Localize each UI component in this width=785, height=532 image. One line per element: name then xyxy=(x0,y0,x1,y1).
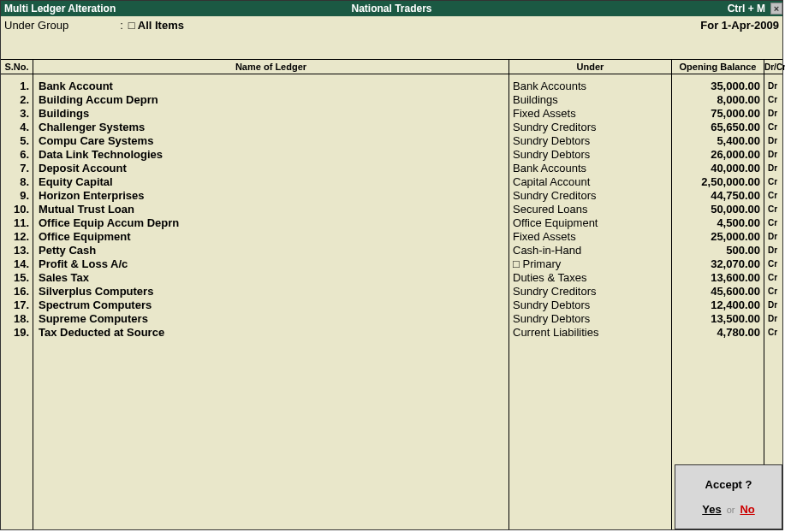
ledger-balance[interactable]: 13,500.00 xyxy=(672,312,764,326)
accept-dialog: Accept ? Yes or No xyxy=(675,464,782,529)
ledger-name[interactable]: Equity Capital xyxy=(33,175,508,189)
ledger-drcr[interactable]: Cr xyxy=(764,271,782,285)
ledger-under[interactable]: Capital Account xyxy=(509,175,671,189)
col-header-name: Name of Ledger xyxy=(33,60,509,74)
ledger-balance[interactable]: 50,000.00 xyxy=(672,203,764,216)
ledger-name[interactable]: Building Accum Deprn xyxy=(33,93,508,107)
ledger-under[interactable]: Duties & Taxes xyxy=(509,271,671,285)
title-bar: Multi Ledger Alteration National Traders… xyxy=(1,1,782,16)
ledger-under[interactable]: Fixed Assets xyxy=(509,107,671,121)
ledger-name[interactable]: Spectrum Computers xyxy=(33,299,508,312)
ledger-drcr[interactable]: Dr xyxy=(764,148,782,162)
ledger-sno: 6. xyxy=(1,148,33,162)
ledger-name[interactable]: Horizon Enterprises xyxy=(33,189,508,203)
ledger-name[interactable]: Profit & Loss A/c xyxy=(33,257,508,271)
ledger-sno: 18. xyxy=(1,312,33,326)
ledger-drcr[interactable]: Dr xyxy=(764,134,782,148)
ledger-name[interactable]: Deposit Account xyxy=(33,162,508,175)
ledger-balance[interactable]: 40,000.00 xyxy=(672,162,764,175)
ledger-balance[interactable]: 500.00 xyxy=(672,244,764,257)
ledger-name[interactable]: Silverplus Computers xyxy=(33,285,508,299)
grid-body: 1.2.3.4.5.6.7.8.9.10.11.12.13.14.15.16.1… xyxy=(1,74,782,529)
ledger-balance[interactable]: 8,000.00 xyxy=(672,93,764,107)
ledger-drcr[interactable]: Cr xyxy=(764,216,782,230)
col-sno: 1.2.3.4.5.6.7.8.9.10.11.12.13.14.15.16.1… xyxy=(1,74,33,529)
col-balance: 35,000.008,000.0075,000.0065,650.005,400… xyxy=(672,74,764,529)
title-left: Multi Ledger Alteration xyxy=(1,3,116,15)
ledger-under[interactable]: Sundry Debtors xyxy=(509,134,671,148)
ledger-drcr[interactable]: Dr xyxy=(764,244,782,257)
ledger-name[interactable]: Data Link Technologies xyxy=(33,148,508,162)
ledger-drcr[interactable]: Dr xyxy=(764,80,782,93)
yes-button[interactable]: Yes xyxy=(702,503,721,516)
ledger-under[interactable]: Bank Accounts xyxy=(509,162,671,175)
col-name: Bank AccountBuilding Accum DeprnBuilding… xyxy=(33,74,509,529)
ledger-drcr[interactable]: Cr xyxy=(764,285,782,299)
ledger-under[interactable]: Cash-in-Hand xyxy=(509,244,671,257)
col-header-under: Under xyxy=(509,60,672,74)
ledger-balance[interactable]: 32,070.00 xyxy=(672,257,764,271)
ledger-sno: 9. xyxy=(1,189,33,203)
ledger-drcr[interactable]: Cr xyxy=(764,121,782,134)
ledger-balance[interactable]: 65,650.00 xyxy=(672,121,764,134)
ledger-name[interactable]: Petty Cash xyxy=(33,244,508,257)
ledger-under[interactable]: Primary xyxy=(509,257,671,271)
ledger-name[interactable]: Challenger Systems xyxy=(33,121,508,134)
ledger-name[interactable]: Office Equip Accum Deprn xyxy=(33,216,508,230)
col-header-balance: Opening Balance xyxy=(672,60,764,74)
ledger-under[interactable]: Sundry Debtors xyxy=(509,312,671,326)
ledger-balance[interactable]: 35,000.00 xyxy=(672,80,764,93)
ledger-name[interactable]: Compu Care Systems xyxy=(33,134,508,148)
ledger-under[interactable]: Sundry Creditors xyxy=(509,189,671,203)
ledger-name[interactable]: Sales Tax xyxy=(33,271,508,285)
ledger-balance[interactable]: 5,400.00 xyxy=(672,134,764,148)
ledger-balance[interactable]: 4,500.00 xyxy=(672,216,764,230)
ledger-drcr[interactable]: Dr xyxy=(764,162,782,175)
ledger-name[interactable]: Buildings xyxy=(33,107,508,121)
ledger-name[interactable]: Office Equipment xyxy=(33,230,508,244)
ledger-under[interactable]: Current Liabilities xyxy=(509,326,671,340)
ledger-sno: 19. xyxy=(1,326,33,340)
ledger-drcr[interactable]: Cr xyxy=(764,326,782,340)
ledger-sno: 4. xyxy=(1,121,33,134)
ledger-drcr[interactable]: Cr xyxy=(764,203,782,216)
col-header-sno: S.No. xyxy=(1,60,33,74)
ledger-drcr[interactable]: Cr xyxy=(764,257,782,271)
ledger-sno: 12. xyxy=(1,230,33,244)
ledger-drcr[interactable]: Cr xyxy=(764,189,782,203)
ledger-balance[interactable]: 13,600.00 xyxy=(672,271,764,285)
ledger-drcr[interactable]: Dr xyxy=(764,299,782,312)
ledger-balance[interactable]: 75,000.00 xyxy=(672,107,764,121)
ledger-balance[interactable]: 26,000.00 xyxy=(672,148,764,162)
ledger-name[interactable]: Mutual Trust Loan xyxy=(33,203,508,216)
ledger-under[interactable]: Sundry Creditors xyxy=(509,121,671,134)
ledger-drcr[interactable]: Dr xyxy=(764,230,782,244)
close-icon[interactable]: × xyxy=(770,3,782,15)
ledger-drcr[interactable]: Dr xyxy=(764,312,782,326)
ledger-balance[interactable]: 2,50,000.00 xyxy=(672,175,764,189)
ledger-drcr[interactable]: Cr xyxy=(764,93,782,107)
ledger-under[interactable]: Sundry Debtors xyxy=(509,299,671,312)
ledger-sno: 14. xyxy=(1,257,33,271)
ledger-balance[interactable]: 4,780.00 xyxy=(672,326,764,340)
title-center: National Traders xyxy=(351,3,431,15)
ledger-under[interactable]: Office Equipment xyxy=(509,216,671,230)
ledger-under[interactable]: Fixed Assets xyxy=(509,230,671,244)
ledger-balance[interactable]: 25,000.00 xyxy=(672,230,764,244)
ledger-name[interactable]: Bank Account xyxy=(33,80,508,93)
no-button[interactable]: No xyxy=(740,503,754,516)
ledger-balance[interactable]: 12,400.00 xyxy=(672,299,764,312)
ledger-under[interactable]: Sundry Creditors xyxy=(509,285,671,299)
ledger-under[interactable]: Secured Loans xyxy=(509,203,671,216)
ledger-under[interactable]: Buildings xyxy=(509,93,671,107)
ledger-balance[interactable]: 44,750.00 xyxy=(672,189,764,203)
ledger-name[interactable]: Tax Deducted at Source xyxy=(33,326,508,340)
ledger-under[interactable]: Sundry Debtors xyxy=(509,148,671,162)
ledger-drcr[interactable]: Dr xyxy=(764,107,782,121)
ledger-balance[interactable]: 45,600.00 xyxy=(672,285,764,299)
ledger-name[interactable]: Supreme Computers xyxy=(33,312,508,326)
under-group-value[interactable]: All Items xyxy=(128,19,184,32)
ledger-under[interactable]: Bank Accounts xyxy=(509,80,671,93)
ledger-drcr[interactable]: Cr xyxy=(764,175,782,189)
ledger-sno: 7. xyxy=(1,162,33,175)
